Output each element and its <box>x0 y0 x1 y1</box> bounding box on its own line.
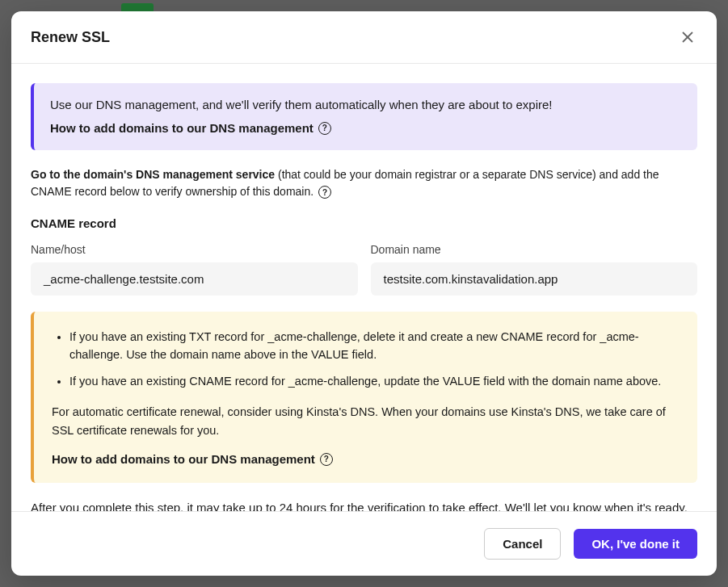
help-icon: ? <box>318 122 331 135</box>
dns-management-link[interactable]: How to add domains to our DNS management… <box>50 121 331 135</box>
close-icon <box>682 31 693 43</box>
cname-fields: Name/host _acme-challenge.testsite.com D… <box>31 243 697 296</box>
name-host-field: Name/host _acme-challenge.testsite.com <box>31 243 358 296</box>
instruction-bold: Go to the domain's DNS management servic… <box>31 168 275 181</box>
dns-management-link-label: How to add domains to our DNS management <box>50 121 314 135</box>
cancel-button[interactable]: Cancel <box>484 528 561 560</box>
name-host-label: Name/host <box>31 243 358 256</box>
confirm-button[interactable]: OK, I've done it <box>574 529 697 559</box>
completion-note: After you complete this step, it may tak… <box>31 499 697 511</box>
modal-footer: Cancel OK, I've done it <box>11 511 717 576</box>
info-box-existing-records: If you have an existing TXT record for _… <box>31 312 697 483</box>
info-box-message: Use our DNS management, and we'll verify… <box>50 98 681 111</box>
cname-record-heading: CNAME record <box>31 216 697 230</box>
dns-management-link[interactable]: How to add domains to our DNS management… <box>52 452 333 466</box>
domain-name-label: Domain name <box>371 243 698 256</box>
domain-name-value[interactable]: testsite.com.kinstavalidation.app <box>371 262 698 296</box>
list-item: If you have an existing TXT record for _… <box>69 328 680 364</box>
name-host-value[interactable]: _acme-challenge.testsite.com <box>31 262 358 296</box>
domain-name-field: Domain name testsite.com.kinstavalidatio… <box>371 243 698 296</box>
help-icon: ? <box>318 186 331 199</box>
auto-renewal-text: For automatic certificate renewal, consi… <box>52 403 680 439</box>
existing-records-list: If you have an existing TXT record for _… <box>52 328 680 390</box>
modal-header: Renew SSL <box>11 11 717 64</box>
dns-management-link-label: How to add domains to our DNS management <box>52 452 315 466</box>
instruction-text: Go to the domain's DNS management servic… <box>31 166 697 200</box>
info-box-dns-auto: Use our DNS management, and we'll verify… <box>31 83 697 150</box>
help-icon: ? <box>320 453 333 466</box>
close-button[interactable] <box>678 27 697 47</box>
renew-ssl-modal: Renew SSL Use our DNS management, and we… <box>11 11 717 576</box>
modal-title: Renew SSL <box>31 29 110 46</box>
list-item: If you have an existing CNAME record for… <box>69 372 680 390</box>
modal-body: Use our DNS management, and we'll verify… <box>11 64 717 511</box>
